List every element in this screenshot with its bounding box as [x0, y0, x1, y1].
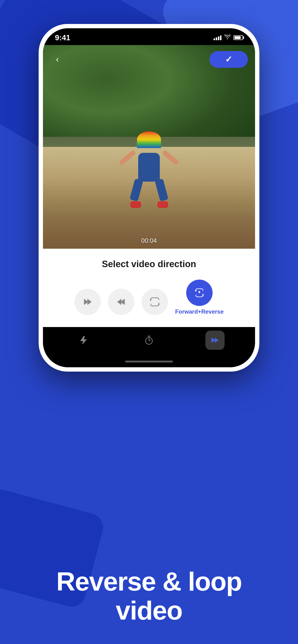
status-icons — [214, 34, 243, 41]
forward-button[interactable] — [74, 289, 101, 315]
phone-screen: 9:41 — [43, 28, 255, 367]
forward-reverse-label: Forward+Reverse — [175, 308, 224, 315]
notch — [115, 28, 183, 39]
nav-bolt[interactable] — [73, 330, 93, 350]
signal-icon — [214, 35, 221, 40]
nav-speed[interactable] — [205, 330, 225, 350]
svg-marker-4 — [150, 299, 152, 301]
svg-marker-11 — [215, 338, 219, 343]
bolt-icon — [78, 335, 88, 345]
tagline-line1: Reverse & loop video — [19, 567, 279, 625]
direction-panel: Select video direction — [43, 249, 255, 327]
confirm-button[interactable]: ✓ — [209, 51, 248, 68]
video-overlay: ‹ ✓ 00:04 — [43, 45, 255, 249]
loop-icon — [149, 296, 161, 308]
svg-marker-3 — [117, 299, 121, 305]
video-timestamp: 00:04 — [141, 237, 157, 244]
direction-options: Forward+Reverse — [53, 280, 245, 315]
home-indicator — [43, 358, 255, 367]
reverse-icon — [115, 296, 127, 308]
forward-reverse-icon — [193, 287, 205, 299]
tagline-section: Reverse & loop video — [0, 567, 298, 625]
forward-icon — [82, 296, 94, 308]
timer-icon — [144, 335, 154, 345]
phone-frame: 9:41 — [39, 24, 259, 372]
battery-icon — [233, 35, 243, 40]
back-icon: ‹ — [56, 55, 59, 64]
reverse-button[interactable] — [108, 289, 134, 315]
wifi-icon — [224, 34, 231, 41]
svg-marker-7 — [202, 294, 204, 296]
loop-button[interactable] — [141, 289, 168, 315]
svg-marker-1 — [87, 299, 92, 305]
svg-marker-5 — [158, 303, 160, 304]
forward-reverse-button[interactable] — [186, 280, 213, 306]
option-forward[interactable] — [74, 289, 101, 315]
svg-marker-10 — [211, 338, 215, 343]
status-time: 9:41 — [55, 33, 70, 42]
svg-marker-8 — [199, 290, 201, 294]
check-icon: ✓ — [225, 54, 232, 64]
nav-timer[interactable] — [139, 330, 159, 350]
back-button[interactable]: ‹ — [50, 52, 65, 66]
option-loop[interactable] — [141, 289, 168, 315]
speed-icon — [210, 335, 220, 345]
video-preview: ‹ ✓ 00:04 — [43, 45, 255, 249]
bottom-nav — [43, 327, 255, 358]
panel-title: Select video direction — [53, 258, 245, 270]
home-bar — [125, 360, 173, 362]
option-forward-reverse[interactable]: Forward+Reverse — [175, 280, 224, 315]
svg-marker-6 — [195, 290, 197, 292]
option-reverse[interactable] — [108, 289, 134, 315]
phone-outer: 9:41 — [39, 24, 259, 372]
